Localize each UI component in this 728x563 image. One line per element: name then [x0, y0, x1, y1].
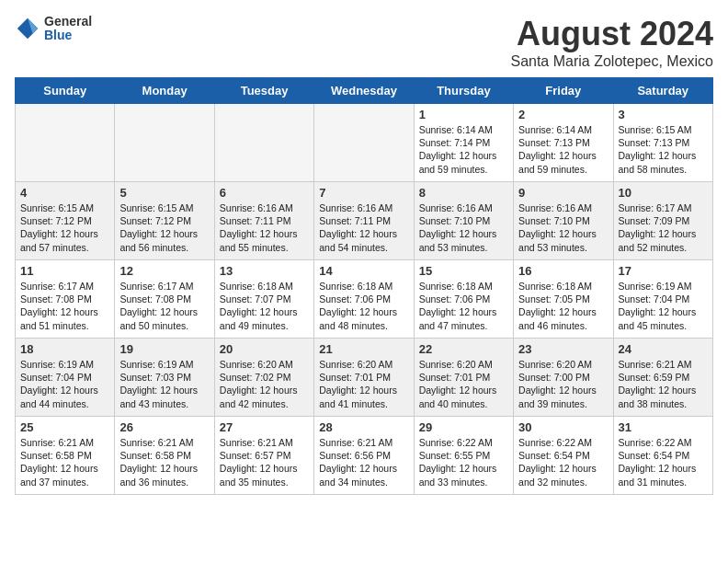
cell-info: Sunrise: 6:17 AM Sunset: 7:08 PM Dayligh… — [20, 280, 109, 332]
page-header: General Blue August 2024 Santa Maria Zol… — [15, 15, 713, 70]
calendar-cell: 17Sunrise: 6:19 AM Sunset: 7:04 PM Dayli… — [613, 260, 712, 339]
cell-info: Sunrise: 6:16 AM Sunset: 7:10 PM Dayligh… — [419, 201, 508, 254]
date-number: 21 — [319, 342, 408, 356]
calendar-cell: 24Sunrise: 6:21 AM Sunset: 6:59 PM Dayli… — [613, 339, 712, 417]
cell-info: Sunrise: 6:14 AM Sunset: 7:14 PM Dayligh… — [419, 123, 508, 176]
cell-info: Sunrise: 6:20 AM Sunset: 7:01 PM Dayligh… — [319, 358, 408, 410]
calendar-cell: 9Sunrise: 6:16 AM Sunset: 7:10 PM Daylig… — [514, 182, 613, 260]
cell-info: Sunrise: 6:20 AM Sunset: 7:02 PM Dayligh… — [220, 358, 309, 410]
calendar-cell: 6Sunrise: 6:16 AM Sunset: 7:11 PM Daylig… — [214, 182, 313, 260]
week-row-3: 11Sunrise: 6:17 AM Sunset: 7:08 PM Dayli… — [16, 260, 713, 339]
cell-info: Sunrise: 6:15 AM Sunset: 7:12 PM Dayligh… — [20, 201, 109, 254]
calendar-cell: 31Sunrise: 6:22 AM Sunset: 6:54 PM Dayli… — [613, 417, 712, 495]
calendar-cell: 1Sunrise: 6:14 AM Sunset: 7:14 PM Daylig… — [414, 104, 513, 182]
cell-info: Sunrise: 6:19 AM Sunset: 7:04 PM Dayligh… — [619, 280, 708, 332]
date-number: 29 — [419, 420, 508, 434]
calendar-cell: 8Sunrise: 6:16 AM Sunset: 7:10 PM Daylig… — [414, 182, 513, 260]
logo-text: General Blue — [44, 15, 92, 43]
week-row-2: 4Sunrise: 6:15 AM Sunset: 7:12 PM Daylig… — [16, 182, 713, 260]
day-header-saturday: Saturday — [613, 78, 712, 104]
calendar-cell: 23Sunrise: 6:20 AM Sunset: 7:00 PM Dayli… — [514, 339, 613, 417]
calendar-cell: 29Sunrise: 6:22 AM Sunset: 6:55 PM Dayli… — [414, 417, 513, 495]
cell-info: Sunrise: 6:21 AM Sunset: 6:57 PM Dayligh… — [220, 436, 309, 488]
calendar-cell — [115, 104, 214, 182]
calendar-cell: 30Sunrise: 6:22 AM Sunset: 6:54 PM Dayli… — [514, 417, 613, 495]
date-number: 26 — [119, 420, 209, 434]
calendar-cell: 16Sunrise: 6:18 AM Sunset: 7:05 PM Dayli… — [514, 260, 613, 339]
calendar-cell: 13Sunrise: 6:18 AM Sunset: 7:07 PM Dayli… — [214, 260, 313, 339]
calendar-cell: 20Sunrise: 6:20 AM Sunset: 7:02 PM Dayli… — [214, 339, 313, 417]
date-number: 1 — [419, 108, 508, 121]
cell-info: Sunrise: 6:21 AM Sunset: 6:58 PM Dayligh… — [20, 436, 109, 488]
date-number: 11 — [20, 264, 109, 278]
cell-info: Sunrise: 6:18 AM Sunset: 7:06 PM Dayligh… — [319, 280, 408, 332]
calendar-cell — [214, 104, 313, 182]
calendar-cell — [16, 104, 115, 182]
cell-info: Sunrise: 6:20 AM Sunset: 7:00 PM Dayligh… — [518, 358, 608, 410]
date-number: 2 — [518, 108, 608, 121]
cell-info: Sunrise: 6:18 AM Sunset: 7:06 PM Dayligh… — [419, 280, 508, 332]
logo-icon — [15, 16, 40, 41]
calendar-table: SundayMondayTuesdayWednesdayThursdayFrid… — [15, 77, 713, 495]
week-row-4: 18Sunrise: 6:19 AM Sunset: 7:04 PM Dayli… — [16, 339, 713, 417]
day-header-monday: Monday — [115, 78, 214, 104]
date-number: 20 — [220, 342, 309, 356]
calendar-cell: 15Sunrise: 6:18 AM Sunset: 7:06 PM Dayli… — [414, 260, 513, 339]
cell-info: Sunrise: 6:21 AM Sunset: 6:56 PM Dayligh… — [319, 436, 408, 488]
date-number: 14 — [319, 264, 408, 278]
date-number: 7 — [319, 186, 408, 200]
calendar-cell — [314, 104, 414, 182]
day-header-sunday: Sunday — [16, 78, 115, 104]
cell-info: Sunrise: 6:18 AM Sunset: 7:05 PM Dayligh… — [518, 280, 608, 332]
calendar-cell: 10Sunrise: 6:17 AM Sunset: 7:09 PM Dayli… — [613, 182, 712, 260]
date-number: 13 — [220, 264, 309, 278]
logo: General Blue — [15, 15, 92, 43]
date-number: 22 — [419, 342, 508, 356]
day-header-tuesday: Tuesday — [214, 78, 313, 104]
cell-info: Sunrise: 6:21 AM Sunset: 6:58 PM Dayligh… — [119, 436, 209, 488]
main-title: August 2024 — [510, 15, 713, 53]
date-number: 8 — [419, 186, 508, 200]
day-header-wednesday: Wednesday — [314, 78, 414, 104]
date-number: 15 — [419, 264, 508, 278]
cell-info: Sunrise: 6:18 AM Sunset: 7:07 PM Dayligh… — [220, 280, 309, 332]
day-header-thursday: Thursday — [414, 78, 513, 104]
calendar-cell: 19Sunrise: 6:19 AM Sunset: 7:03 PM Dayli… — [115, 339, 214, 417]
cell-info: Sunrise: 6:21 AM Sunset: 6:59 PM Dayligh… — [619, 358, 708, 410]
header-row: SundayMondayTuesdayWednesdayThursdayFrid… — [16, 78, 713, 104]
cell-info: Sunrise: 6:17 AM Sunset: 7:08 PM Dayligh… — [119, 280, 209, 332]
date-number: 16 — [518, 264, 608, 278]
date-number: 5 — [119, 186, 209, 200]
cell-info: Sunrise: 6:16 AM Sunset: 7:11 PM Dayligh… — [220, 201, 309, 254]
calendar-cell: 22Sunrise: 6:20 AM Sunset: 7:01 PM Dayli… — [414, 339, 513, 417]
cell-info: Sunrise: 6:22 AM Sunset: 6:55 PM Dayligh… — [419, 436, 508, 488]
date-number: 3 — [619, 108, 708, 121]
calendar-cell: 14Sunrise: 6:18 AM Sunset: 7:06 PM Dayli… — [314, 260, 414, 339]
date-number: 4 — [20, 186, 109, 200]
date-number: 28 — [319, 420, 408, 434]
calendar-cell: 21Sunrise: 6:20 AM Sunset: 7:01 PM Dayli… — [314, 339, 414, 417]
calendar-cell: 7Sunrise: 6:16 AM Sunset: 7:11 PM Daylig… — [314, 182, 414, 260]
day-header-friday: Friday — [514, 78, 613, 104]
calendar-cell: 11Sunrise: 6:17 AM Sunset: 7:08 PM Dayli… — [16, 260, 115, 339]
calendar-cell: 18Sunrise: 6:19 AM Sunset: 7:04 PM Dayli… — [16, 339, 115, 417]
cell-info: Sunrise: 6:20 AM Sunset: 7:01 PM Dayligh… — [419, 358, 508, 410]
calendar-cell: 2Sunrise: 6:14 AM Sunset: 7:13 PM Daylig… — [514, 104, 613, 182]
date-number: 6 — [220, 186, 309, 200]
cell-info: Sunrise: 6:17 AM Sunset: 7:09 PM Dayligh… — [619, 201, 708, 254]
calendar-cell: 28Sunrise: 6:21 AM Sunset: 6:56 PM Dayli… — [314, 417, 414, 495]
calendar-cell: 3Sunrise: 6:15 AM Sunset: 7:13 PM Daylig… — [613, 104, 712, 182]
cell-info: Sunrise: 6:16 AM Sunset: 7:11 PM Dayligh… — [319, 201, 408, 254]
title-block: August 2024 Santa Maria Zolotepec, Mexic… — [510, 15, 713, 70]
cell-info: Sunrise: 6:19 AM Sunset: 7:03 PM Dayligh… — [119, 358, 209, 410]
sub-title: Santa Maria Zolotepec, Mexico — [510, 53, 713, 70]
date-number: 19 — [119, 342, 209, 356]
date-number: 9 — [518, 186, 608, 200]
cell-info: Sunrise: 6:14 AM Sunset: 7:13 PM Dayligh… — [518, 123, 608, 176]
date-number: 10 — [619, 186, 708, 200]
cell-info: Sunrise: 6:19 AM Sunset: 7:04 PM Dayligh… — [20, 358, 109, 410]
cell-info: Sunrise: 6:22 AM Sunset: 6:54 PM Dayligh… — [518, 436, 608, 488]
week-row-1: 1Sunrise: 6:14 AM Sunset: 7:14 PM Daylig… — [16, 104, 713, 182]
week-row-5: 25Sunrise: 6:21 AM Sunset: 6:58 PM Dayli… — [16, 417, 713, 495]
date-number: 17 — [619, 264, 708, 278]
